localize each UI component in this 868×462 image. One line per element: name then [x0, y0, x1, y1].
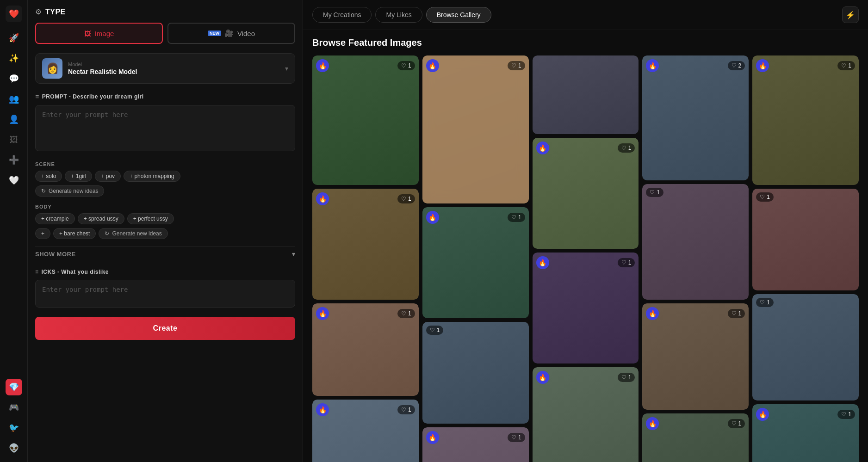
scene-label: SCENE: [35, 161, 295, 167]
model-selector[interactable]: 👩 Model Nectar Realistic Model ▾: [35, 53, 295, 84]
nav-rocket[interactable]: 🚀: [6, 30, 22, 46]
gallery-item[interactable]: 🔥 ♡ 1: [422, 55, 529, 203]
like-badge[interactable]: ♡ 1: [508, 433, 525, 442]
gallery-item[interactable]: 🔥 ♡ 1: [312, 400, 419, 462]
tab-my-creations[interactable]: My Creations: [312, 7, 372, 23]
model-name: Nectar Realistic Model: [68, 68, 279, 75]
prompt-textarea[interactable]: [35, 105, 295, 151]
tag-bare-chest[interactable]: + bare chest: [53, 228, 96, 239]
like-badge[interactable]: ♡ 1: [508, 61, 525, 70]
fire-badge: 🔥: [316, 192, 329, 205]
nav-reddit[interactable]: 👽: [6, 440, 22, 456]
tab-my-likes[interactable]: My Likes: [375, 7, 422, 23]
tag-photon-mapping[interactable]: + photon mapping: [124, 171, 180, 182]
tag-pov[interactable]: + pov: [95, 171, 121, 182]
nav-heart[interactable]: 🤍: [6, 172, 22, 189]
tag-plus[interactable]: +: [35, 228, 50, 239]
fire-badge: 🔥: [426, 59, 439, 72]
type-label: Type: [45, 8, 66, 16]
gallery-item[interactable]: ♡ 1: [752, 189, 859, 290]
gallery-item[interactable]: ♡ 1: [642, 184, 749, 300]
like-badge[interactable]: ♡ 1: [756, 192, 774, 202]
scene-generate-label: Generate new ideas: [49, 188, 98, 194]
like-badge[interactable]: ♡ 1: [426, 326, 444, 335]
model-avatar: 👩: [42, 58, 62, 79]
scene-generate-btn[interactable]: ↻ Generate new ideas: [35, 185, 104, 197]
like-badge[interactable]: ♡ 1: [508, 213, 525, 222]
like-badge[interactable]: ♡ 1: [397, 61, 415, 70]
scene-section: SCENE + solo + 1girl + pov + photon mapp…: [35, 161, 295, 197]
gallery-item[interactable]: 🔥 ♡ 1: [533, 367, 639, 462]
nav-active-tool[interactable]: 💎: [6, 379, 22, 395]
like-badge[interactable]: ♡ 1: [618, 258, 635, 267]
icks-textarea[interactable]: [35, 280, 295, 308]
gallery-nav: My Creations My Likes Browse Gallery ⚡: [303, 0, 868, 30]
item-badges: ♡ 1: [646, 188, 745, 197]
like-badge[interactable]: ♡ 1: [837, 61, 855, 70]
gallery-item[interactable]: 🔥 ♡ 1: [312, 189, 419, 300]
item-badges: 🔥 ♡ 1: [316, 192, 415, 205]
filter-button[interactable]: ⚡: [842, 6, 859, 23]
like-badge[interactable]: ♡ 1: [646, 188, 663, 197]
like-badge[interactable]: ♡ 1: [397, 194, 415, 203]
nav-users[interactable]: 👥: [6, 91, 22, 107]
like-badge[interactable]: ♡ 1: [397, 405, 415, 414]
gallery-item[interactable]: ♡ 1: [752, 294, 859, 400]
item-badges: 🔥 ♡ 1: [536, 142, 635, 154]
tag-1girl[interactable]: + 1girl: [65, 171, 92, 182]
like-badge[interactable]: ♡ 1: [728, 419, 745, 428]
nav-twitter[interactable]: 🐦: [6, 419, 22, 436]
gallery-item[interactable]: 🔥 ♡ 1: [312, 303, 419, 396]
left-panel: ⚙ Type 🖼 Image NEW 🎥 Video 👩 Model Necta…: [28, 0, 303, 462]
show-more-row[interactable]: SHOW MORE ▾: [35, 246, 295, 261]
image-type-btn[interactable]: 🖼 Image: [35, 23, 163, 44]
gallery-content: Browse Featured Images 🔥 ♡ 1 🔥 ♡ 1: [303, 30, 868, 462]
gallery-item[interactable]: 🔥 ♡ 1: [533, 138, 639, 249]
gallery-item[interactable]: 🔥 ♡ 1: [312, 55, 419, 185]
create-button[interactable]: Create: [35, 317, 295, 340]
like-badge[interactable]: ♡ 1: [756, 298, 774, 307]
gallery-grid: 🔥 ♡ 1 🔥 ♡ 1 🔥 ♡ 1: [312, 55, 859, 462]
like-badge[interactable]: ♡ 1: [618, 143, 635, 153]
nav-discord[interactable]: 🎮: [6, 399, 22, 416]
model-info: Model Nectar Realistic Model: [68, 62, 279, 75]
gallery-item[interactable]: 🔥 ♡ 1: [752, 55, 859, 185]
gallery-item[interactable]: 🔥 ♡ 1: [642, 413, 749, 462]
fire-badge: 🔥: [756, 408, 769, 421]
like-badge[interactable]: ♡ 1: [618, 373, 635, 382]
icks-section: ≡ ICKS - What you dislike: [35, 269, 295, 309]
fire-badge: 🔥: [426, 431, 439, 444]
show-more-chevron: ▾: [292, 251, 296, 258]
gallery-item[interactable]: 🔥 ♡ 2: [642, 55, 749, 180]
nav-star[interactable]: ✨: [6, 50, 22, 67]
nav-plus-square[interactable]: ➕: [6, 152, 22, 168]
censored-overlay: [422, 55, 529, 203]
tag-creampie[interactable]: + creampie: [35, 213, 75, 224]
gallery-item[interactable]: 🔥 ♡ 1: [422, 207, 529, 318]
gallery-item[interactable]: 🔥 ♡ 1: [642, 303, 749, 410]
gallery-item[interactable]: 🔥 ♡ 1: [533, 253, 639, 363]
nav-add-image[interactable]: 🖼: [6, 131, 22, 148]
nav-person[interactable]: 👤: [6, 111, 22, 128]
tag-solo[interactable]: + solo: [35, 171, 62, 182]
like-badge[interactable]: ♡ 2: [728, 61, 745, 70]
item-badges: 🔥 ♡ 1: [316, 307, 415, 320]
tag-spread-ussy[interactable]: + spread ussy: [78, 213, 124, 224]
like-badge[interactable]: ♡ 1: [397, 309, 415, 318]
fire-badge: 🔥: [646, 307, 659, 320]
video-type-btn[interactable]: NEW 🎥 Video: [167, 23, 295, 44]
nav-chat[interactable]: 💬: [6, 70, 22, 87]
gallery-item[interactable]: ♡ 1: [422, 322, 529, 424]
like-badge[interactable]: ♡ 1: [728, 309, 745, 318]
like-badge[interactable]: ♡ 1: [837, 410, 855, 419]
gallery-item[interactable]: 🔥 ♡ 1: [422, 427, 529, 462]
video-icon: 🎥: [225, 29, 234, 37]
gallery-item[interactable]: 🔥 ♡ 1: [752, 404, 859, 462]
gallery-item[interactable]: [533, 55, 639, 134]
tag-perfect-ussy[interactable]: + perfect ussy: [127, 213, 174, 224]
show-more-label: SHOW MORE: [35, 251, 76, 258]
tab-browse-gallery[interactable]: Browse Gallery: [426, 7, 491, 23]
body-generate-btn[interactable]: ↻ Generate new ideas: [99, 228, 167, 239]
app-logo[interactable]: ❤️: [6, 6, 22, 22]
item-badges: 🔥 ♡ 1: [536, 371, 635, 384]
